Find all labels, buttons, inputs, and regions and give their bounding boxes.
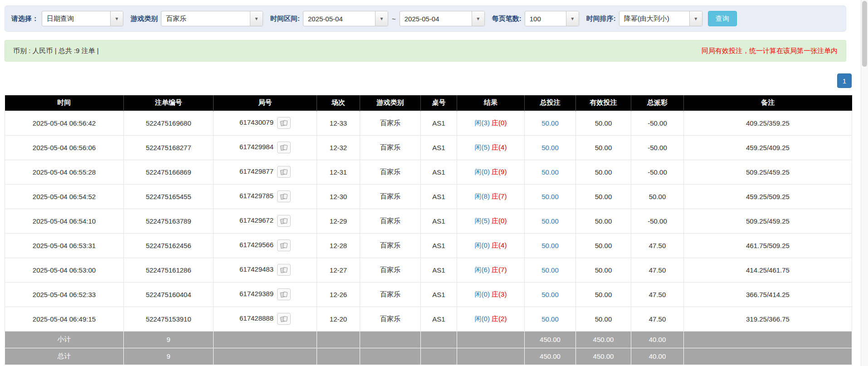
chevron-down-icon[interactable]: ▾ [566,11,579,26]
total-bet-link[interactable]: 50.00 [541,193,559,200]
view-cards-button[interactable] [277,288,291,300]
total-bet-link[interactable]: 50.00 [541,168,559,176]
time-sort-select[interactable]: 降幂(由大到小) ▾ [619,11,702,26]
cell-session: 12-29 [317,209,360,233]
table-row: 2025-05-04 06:53:31522475162456617429566… [5,233,852,258]
total-bet-link[interactable]: 50.00 [541,291,559,298]
cell-table-id: AS1 [421,160,457,184]
column-header-total-bet: 总投注 [525,95,576,111]
cell-bet-id: 522475153910 [124,307,214,331]
vertical-scrollbar[interactable] [861,0,868,366]
cell-session: 12-31 [317,160,360,184]
table-row: 2025-05-04 06:56:06522475168277617429984… [5,135,852,160]
cards-icon [280,291,288,298]
cell-round-id: 617430079 [214,111,317,135]
date-to-value: 2025-05-04 [400,11,472,26]
cell-total-bet: 50.00 [525,282,576,307]
pagination: 1 [5,73,852,88]
cell-total-bet: 50.00 [525,184,576,209]
cell-result: 闲(0) 庄(4) [457,233,525,258]
cell-game-type: 百家乐 [360,282,421,307]
range-separator: ~ [392,15,396,23]
cell-result: 闲(0) 庄(9) [457,160,525,184]
cell-round-id: 617429785 [214,184,317,209]
chevron-down-icon[interactable]: ▾ [689,11,702,26]
cell-remark: 409.25/359.25 [684,111,852,135]
date-from-select[interactable]: 2025-05-04 ▾ [303,11,388,26]
cell-table-id: AS1 [421,282,457,307]
view-cards-button[interactable] [277,215,291,227]
cards-icon [280,316,288,322]
chevron-down-icon[interactable]: ▾ [250,11,263,26]
total-bet-link[interactable]: 50.00 [541,266,559,274]
result-banker: 庄(3) [492,290,507,298]
cell-total-bet: 50.00 [525,135,576,160]
cell-bet-id: 522475165455 [124,184,214,209]
cell-payout: 50.00 [631,184,684,209]
summary-text: 币别 : 人民币 | 总共 :9 注单 | [13,47,99,55]
table-header-row: 时间注单编号局号场次游戏类别桌号结果总投注有效投注总派彩备注 [5,95,852,111]
date-to-select[interactable]: 2025-05-04 ▾ [400,11,485,26]
total-bet-link[interactable]: 50.00 [541,315,559,323]
cell-total-bet: 50.00 [525,233,576,258]
chevron-down-icon[interactable]: ▾ [472,11,484,26]
column-header-time: 时间 [5,95,124,111]
total-bet-link[interactable]: 50.00 [541,242,559,249]
scrollbar-thumb[interactable] [862,1,867,67]
view-cards-button[interactable] [277,313,291,325]
cards-icon [280,193,288,200]
total-bet-link[interactable]: 50.00 [541,217,559,225]
footer-valid-bet: 450.00 [576,331,631,348]
total-bet-link[interactable]: 50.00 [541,144,559,151]
column-header-round-id: 局号 [214,95,317,111]
result-player: 闲(3) [475,119,490,127]
cell-bet-id: 522475163789 [124,209,214,233]
result-player: 闲(8) [475,192,490,200]
view-cards-button[interactable] [277,117,291,129]
view-cards-button[interactable] [277,264,291,276]
cards-icon [280,169,288,176]
result-banker: 庄(0) [492,119,507,127]
cell-payout: 47.50 [631,258,684,282]
footer-round [214,331,317,348]
filter-bar: 请选择： 日期查询 ▾ 游戏类别 百家乐 ▾ 时间区间: 2025-05-04 … [5,5,846,32]
footer-total-bet: 450.00 [525,348,576,365]
footer-session [317,348,360,365]
view-cards-button[interactable] [277,142,291,153]
cell-round-id: 617429984 [214,135,317,160]
cell-round-id: 617429483 [214,258,317,282]
cell-valid-bet: 50.00 [576,307,631,331]
total-bet-link[interactable]: 50.00 [541,119,559,127]
cell-table-id: AS1 [421,307,457,331]
chevron-down-icon[interactable]: ▾ [110,11,123,26]
view-cards-button[interactable] [277,166,291,178]
view-cards-button[interactable] [277,190,291,202]
cell-game-type: 百家乐 [360,111,421,135]
footer-payout: 40.00 [631,331,684,348]
result-player: 闲(5) [475,217,490,224]
cell-time: 2025-05-04 06:49:15 [5,307,124,331]
result-banker: 庄(7) [492,192,507,200]
cell-payout: -50.00 [631,135,684,160]
query-button[interactable]: 查询 [708,11,737,26]
query-type-select[interactable]: 日期查询 ▾ [42,11,123,26]
view-cards-button[interactable] [277,239,291,251]
cell-game-type: 百家乐 [360,160,421,184]
table-row: 2025-05-04 06:53:00522475161286617429483… [5,258,852,282]
cell-valid-bet: 50.00 [576,282,631,307]
cell-payout: 47.50 [631,307,684,331]
game-type-select[interactable]: 百家乐 ▾ [161,11,263,26]
cell-game-type: 百家乐 [360,135,421,160]
cards-icon [280,267,288,273]
column-header-session: 场次 [317,95,360,111]
footer-count: 9 [124,348,214,365]
cell-session: 12-26 [317,282,360,307]
page-1-button[interactable]: 1 [837,73,852,88]
chevron-down-icon[interactable]: ▾ [375,11,388,26]
page-size-select[interactable]: 100 ▾ [525,11,579,26]
result-banker: 庄(4) [492,241,507,249]
cell-remark: 509.25/459.25 [684,160,852,184]
cards-icon [280,144,288,151]
footer-session [317,331,360,348]
result-banker: 庄(7) [492,266,507,273]
